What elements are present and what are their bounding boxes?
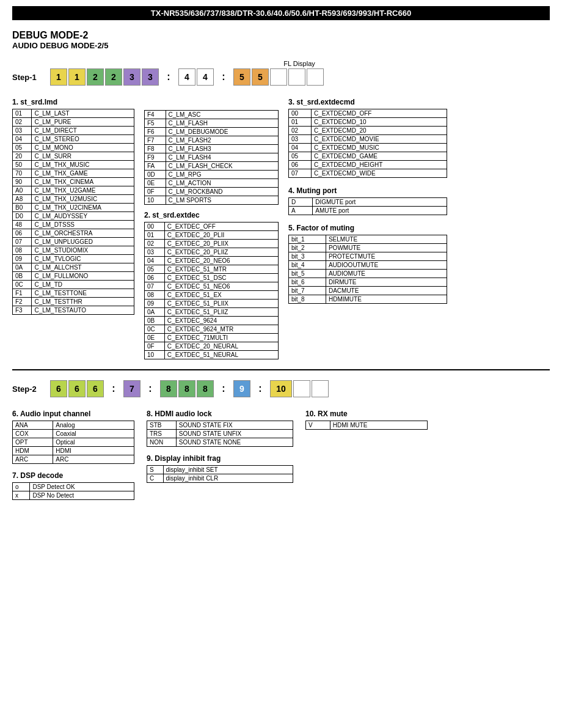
code-cell: bit_2 — [289, 244, 326, 252]
code-cell: 01 — [145, 231, 165, 240]
code-cell: NON — [147, 438, 177, 447]
value-cell: C_LM_SURR — [32, 152, 134, 161]
table-row: bit_7DACMUTE — [289, 287, 447, 295]
table-row: 48C_LM_DTSSS — [13, 221, 134, 229]
value-cell: C_EXTDEC_OFF — [164, 222, 278, 231]
code-cell: 03 — [289, 135, 312, 144]
value-cell: C_LM_AUDYSSEY — [32, 212, 134, 221]
section4-title: 4. Muting port — [288, 186, 447, 195]
code-cell: F9 — [145, 153, 166, 162]
table-row: 10C_EXTDEC_51_NEURAL — [145, 351, 279, 359]
code-cell: 01 — [13, 109, 32, 118]
value-cell: C_LM_DIRECT — [32, 127, 134, 135]
code-cell: F5 — [145, 119, 166, 128]
value-cell: C_EXTDEC_51_NEO6 — [164, 282, 278, 291]
value-cell: C_LM_THX_GAME — [32, 169, 134, 178]
code-cell: 0E — [145, 334, 165, 342]
table-row: 07C_EXTDECMD_WIDE — [289, 169, 447, 178]
section6-table: ANAAnalogCOXCoaxialOPTOpticalHDMHDMIARCA… — [12, 421, 134, 464]
table-row: A0C_LM_THX_U2GAME — [13, 186, 134, 195]
table-row: bit_6DIRMUTE — [289, 278, 447, 287]
step1-cell-9: 5 — [252, 68, 269, 86]
value-cell: HDMIMUTE — [326, 295, 447, 304]
step2-colon-1: : — [105, 380, 122, 397]
value-cell: C_EXTDECMD_GAME — [312, 152, 447, 161]
table-row: 04C_EXTDECMD_MUSIC — [289, 144, 447, 152]
code-cell: 0C — [145, 325, 165, 334]
table-row: oDSP Detect OK — [13, 483, 134, 491]
code-cell: 08 — [13, 246, 32, 255]
table-row: bit_5AUDIOMUTE — [289, 270, 447, 278]
code-cell: OPT — [13, 438, 53, 447]
value-cell: C_LM_FLASH2 — [166, 136, 278, 145]
value-cell: C_LM_ASC — [166, 111, 278, 119]
table-row: 05C_EXTDECMD_GAME — [289, 152, 447, 161]
step2-section: Step-2 6 6 6 : 7 : 8 8 8 : 9 : 10 — [12, 380, 550, 397]
value-cell: C_LM_FLASH — [166, 119, 278, 128]
section1-col: 1. st_srd.lmd 01C_LM_LAST02C_LM_PURE03C_… — [12, 98, 134, 359]
code-cell: 00 — [145, 222, 165, 231]
value-cell: C_LM_RPG — [166, 171, 278, 179]
step1-cell-3: 2 — [105, 68, 122, 86]
value-cell: C_LM_PURE — [32, 118, 134, 127]
step2-cell-3: 7 — [123, 380, 140, 397]
step2-content: 6. Audio input channel ANAAnalogCOXCoaxi… — [12, 410, 550, 500]
table-row: bit_2POWMUTE — [289, 244, 447, 252]
table-row: 10C_LM SPORTS — [145, 196, 279, 205]
value-cell: C_EXTDEC_51_EX — [164, 291, 278, 300]
section1-table: 01C_LM_LAST02C_LM_PURE03C_LM_DIRECT04C_L… — [12, 109, 134, 315]
step2-cell-5: 8 — [178, 380, 195, 397]
table-row: F6C_LM_DEBUGMODE — [145, 128, 279, 136]
step1-cell-1: 1 — [68, 68, 86, 86]
step1-cell-7: 4 — [197, 68, 214, 86]
code-cell: 0F — [145, 188, 166, 196]
value-cell: ARC — [53, 455, 134, 464]
code-cell: 06 — [289, 161, 312, 169]
value-cell: C_LM_TESTAUTO — [32, 306, 134, 315]
step1-cell-4: 3 — [123, 68, 140, 86]
code-cell: 01 — [289, 118, 312, 127]
value-cell: C_EXTDEC_51_PLIIX — [164, 300, 278, 308]
step1-cell-5: 3 — [142, 68, 159, 86]
step2-cell-8: 10 — [270, 380, 292, 397]
table-row: F3C_LM_TESTAUTO — [13, 306, 134, 315]
table-row: 90C_LM_THX_CINEMA — [13, 178, 134, 186]
code-cell: 20 — [13, 152, 32, 161]
value-cell: SELMUTE — [326, 235, 447, 244]
value-cell: C_LM_TVLOGIC — [32, 255, 134, 263]
table-row: Sdisplay_inhibit SET — [147, 466, 293, 474]
section345-col: 3. st_srd.extdecmd 00C_EXTDECMD_OFF01C_E… — [288, 98, 447, 359]
value-cell: C_EXTDEC_51_DSC — [164, 274, 278, 282]
table-row: STBSOUND STATE FIX — [147, 421, 293, 430]
title-section: DEBUG MODE-2 AUDIO DEBUG MODE-2/5 — [12, 30, 550, 50]
value-cell: C_LM_TESTTONE — [32, 289, 134, 298]
value-cell: Optical — [53, 438, 134, 447]
section6-title: 6. Audio input channel — [12, 410, 134, 418]
value-cell: C_LM SPORTS — [166, 196, 278, 205]
value-cell: C_EXTDECMD_MOVIE — [312, 135, 447, 144]
step2-cell-0: 6 — [50, 380, 67, 397]
table-row: 0EC_EXTDEC_71MULTI — [145, 334, 279, 342]
code-cell: A8 — [13, 195, 32, 204]
header-title: TX-NR535/636/737/838/DTR-30.6/40.6/50.6/… — [151, 9, 411, 18]
table-row: 05C_LM_MONO — [13, 144, 134, 152]
fl-display-label: FL Display — [49, 60, 550, 67]
step1-cells: 1 1 2 2 3 3 : 4 4 : 5 5 — [50, 68, 324, 86]
code-cell: 48 — [13, 221, 32, 229]
table-row: 0AC_LM_ALLCHST — [13, 263, 134, 272]
table-row: F9C_LM_FLASH4 — [145, 153, 279, 162]
step2-colon-3: : — [215, 380, 232, 397]
table-row: 06C_EXTDECMD_HEIGHT — [289, 161, 447, 169]
section5-title: 5. Factor of muting — [288, 224, 447, 232]
step2-cell-1: 6 — [68, 380, 86, 397]
code-cell: F4 — [145, 111, 166, 119]
step2-cell-7: 9 — [233, 380, 250, 397]
section9-table: Sdisplay_inhibit SETCdisplay_inhibit CLR — [147, 465, 293, 483]
code-cell: A — [289, 207, 313, 215]
value-cell: display_inhibit SET — [163, 466, 293, 474]
code-cell: bit_3 — [289, 252, 326, 261]
value-cell: display_inhibit CLR — [163, 474, 293, 483]
step2-cell-10 — [312, 380, 329, 397]
code-cell: F7 — [145, 136, 166, 145]
code-cell: D — [289, 198, 313, 207]
